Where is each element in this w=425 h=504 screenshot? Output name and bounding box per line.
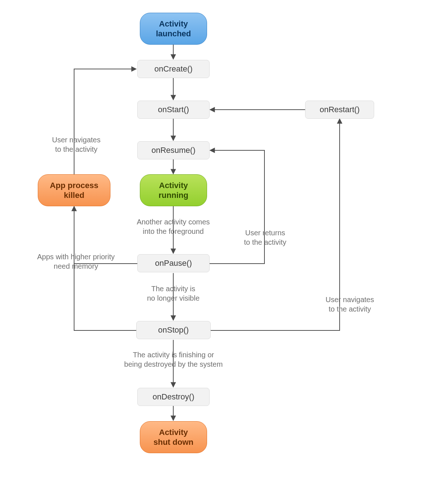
method-onDestroy: onDestroy() bbox=[137, 388, 210, 406]
edge-onStop-killed bbox=[74, 264, 136, 330]
label-need-memory: Apps with higher priorityneed memory bbox=[31, 252, 121, 271]
label-user-returns: User returnsto the activity bbox=[227, 228, 303, 247]
label-finishing: The activity is finishing orbeing destro… bbox=[116, 350, 231, 369]
method-onResume: onResume() bbox=[137, 141, 210, 159]
text: launched bbox=[156, 29, 191, 38]
text: shut down bbox=[154, 438, 194, 447]
state-activity-running: Activityrunning bbox=[140, 174, 207, 206]
label-not-visible: The activity isno longer visible bbox=[135, 284, 211, 303]
text: killed bbox=[64, 191, 84, 200]
text: Activity bbox=[159, 428, 188, 437]
method-onPause: onPause() bbox=[137, 254, 210, 272]
edge-killed-onCreate bbox=[74, 69, 136, 174]
label-foreground: Another activity comesinto the foregroun… bbox=[128, 217, 219, 236]
label-user-navigates-restart: User navigatesto the activity bbox=[312, 295, 388, 314]
activity-lifecycle-diagram: Activitylaunched Activityrunning App pro… bbox=[0, 0, 425, 504]
label-user-navigates-killed: User navigatesto the activity bbox=[44, 135, 109, 154]
state-activity-launched: Activitylaunched bbox=[140, 13, 207, 45]
method-onCreate: onCreate() bbox=[137, 60, 210, 78]
text: App process bbox=[50, 181, 98, 190]
state-app-process-killed: App processkilled bbox=[38, 174, 110, 206]
method-onStop: onStop() bbox=[136, 321, 211, 339]
state-activity-shut-down: Activityshut down bbox=[140, 421, 207, 453]
text: Activity bbox=[159, 19, 188, 28]
method-onRestart: onRestart() bbox=[305, 101, 374, 119]
text: running bbox=[159, 191, 189, 200]
text: Activity bbox=[159, 181, 188, 190]
method-onStart: onStart() bbox=[137, 101, 210, 119]
